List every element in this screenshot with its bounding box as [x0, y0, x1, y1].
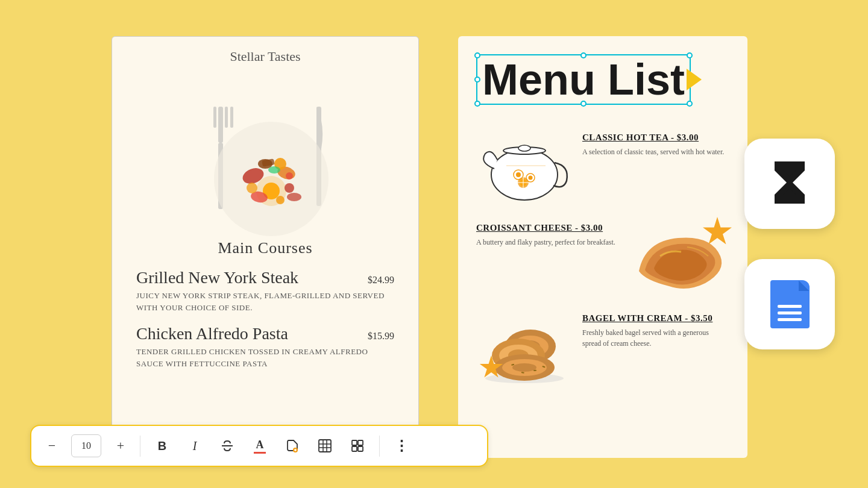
tea-desc: A selection of classic teas, served with… — [582, 146, 729, 157]
svg-rect-54 — [352, 440, 357, 445]
svg-rect-49 — [319, 440, 331, 452]
svg-rect-55 — [358, 440, 363, 445]
font-color-button[interactable]: A — [249, 435, 271, 457]
svg-point-25 — [516, 172, 521, 177]
svg-rect-0 — [218, 107, 223, 143]
right-menu-item-croissant: CROISSANT CHEESE - $3.00 A buttery and f… — [476, 217, 729, 295]
item-desc-pasta: Tender grilled chicken tossed in creamy … — [136, 346, 394, 369]
svg-point-23 — [518, 145, 530, 151]
svg-point-20 — [287, 193, 301, 201]
item-price-steak: $24.99 — [368, 275, 394, 286]
croissant-desc: A buttery and flaky pastry, perfect for … — [476, 237, 617, 248]
svg-rect-3 — [230, 107, 233, 128]
left-menu-card: Stellar Tastes — [112, 36, 419, 452]
bagel-image — [476, 307, 573, 386]
bagel-name: BAGEL WITH CREAM - $3.50 — [582, 313, 729, 324]
handle-ml[interactable] — [474, 77, 480, 83]
docs-line-2 — [778, 311, 802, 314]
svg-point-42 — [512, 363, 536, 372]
menu-list-title: Menu List — [482, 58, 685, 101]
handle-tr[interactable] — [687, 52, 693, 58]
teapot-image — [476, 127, 573, 205]
item-desc-steak: Juicy New York strip steak, flame-grille… — [136, 290, 394, 313]
item-price-pasta: $15.99 — [368, 331, 394, 342]
svg-point-13 — [285, 183, 294, 193]
toolbar: − 10 + B I A — [30, 425, 488, 467]
menu-item-pasta: Chicken Alfredo Pasta $15.99 Tender gril… — [136, 324, 394, 369]
decrease-font-button[interactable]: − — [43, 438, 60, 454]
capcut-icon-shape — [769, 158, 811, 209]
docs-line-1 — [778, 305, 802, 308]
toolbar-divider-2 — [379, 436, 380, 457]
docs-icon-shape — [770, 280, 810, 328]
item-name-steak: Grilled New York Steak — [136, 268, 298, 287]
plate-illustration — [187, 70, 344, 227]
font-size-box[interactable]: 10 — [71, 434, 101, 457]
right-menu-item-bagel: BAGEL WITH CREAM - $3.50 Freshly baked b… — [476, 307, 729, 386]
increase-font-button[interactable]: + — [112, 438, 129, 454]
croissant-name: CROISSANT CHEESE - $3.00 — [476, 223, 617, 233]
bold-button[interactable]: B — [151, 435, 173, 457]
svg-rect-1 — [213, 107, 216, 128]
docs-app-icon[interactable] — [744, 259, 835, 349]
italic-button[interactable]: I — [184, 435, 206, 457]
svg-point-19 — [247, 183, 257, 193]
right-menu-card: Menu List — [458, 36, 747, 458]
svg-point-17 — [286, 172, 293, 180]
table-button[interactable] — [314, 435, 336, 457]
svg-rect-56 — [352, 446, 357, 451]
toolbar-divider-1 — [140, 436, 140, 457]
font-size-value: 10 — [81, 440, 91, 451]
svg-rect-2 — [225, 107, 228, 128]
croissant-image — [627, 217, 729, 295]
svg-point-27 — [529, 176, 533, 180]
more-options-button[interactable]: ⋮ — [391, 435, 412, 457]
bagel-text: BAGEL WITH CREAM - $3.50 Freshly baked b… — [582, 307, 729, 349]
tea-text: CLASSIC HOT TEA - $3.00 A selection of c… — [582, 127, 729, 157]
croissant-text: CROISSANT CHEESE - $3.00 A buttery and f… — [476, 217, 617, 248]
capcut-app-icon[interactable] — [744, 139, 835, 229]
docs-line-3 — [778, 318, 802, 321]
layout-button[interactable] — [347, 435, 368, 457]
menu-title-selection-box: Menu List — [476, 54, 691, 105]
right-menu-item-tea: CLASSIC HOT TEA - $3.00 A selection of c… — [476, 127, 729, 205]
svg-point-16 — [268, 166, 280, 174]
svg-point-21 — [491, 149, 558, 200]
item-name-pasta: Chicken Alfredo Pasta — [136, 324, 288, 343]
fill-button[interactable] — [281, 435, 303, 457]
arrow-indicator — [687, 69, 702, 90]
menu-item-steak: Grilled New York Steak $24.99 Juicy New … — [136, 268, 394, 313]
handle-bl[interactable] — [474, 101, 480, 107]
section-title: Main Courses — [136, 239, 394, 257]
restaurant-name: Stellar Tastes — [136, 49, 394, 64]
font-color-icon: A — [254, 439, 266, 454]
bagel-desc: Freshly baked bagel served with a genero… — [582, 327, 729, 349]
handle-tm[interactable] — [580, 52, 587, 58]
svg-rect-57 — [358, 446, 363, 451]
svg-point-15 — [276, 196, 285, 204]
handle-tl[interactable] — [474, 52, 480, 58]
handle-bm[interactable] — [580, 101, 587, 107]
tea-name: CLASSIC HOT TEA - $3.00 — [582, 133, 729, 143]
docs-corner — [799, 280, 810, 291]
strikethrough-button[interactable] — [216, 435, 238, 457]
right-menu-items: CLASSIC HOT TEA - $3.00 A selection of c… — [476, 127, 729, 386]
handle-br[interactable] — [687, 101, 693, 107]
